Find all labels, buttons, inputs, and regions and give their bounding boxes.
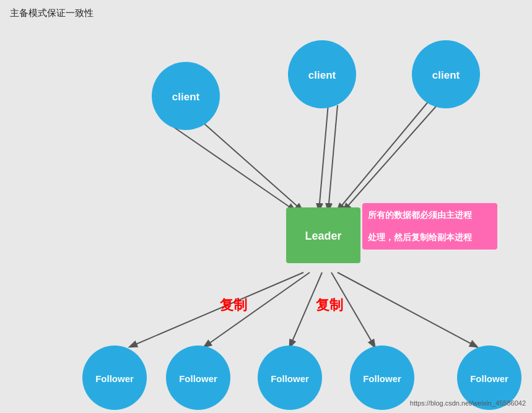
follower-label-1: Follower	[95, 373, 134, 384]
arrow-client3-leader	[338, 99, 430, 211]
client-label-2: client	[308, 69, 336, 81]
annotation-text-2: 处理，然后复制给副本进程	[367, 232, 473, 242]
replication-label-1: 复制	[220, 297, 247, 313]
arrow-client2-leader	[319, 104, 328, 211]
follower-label-5: Follower	[470, 373, 508, 384]
diagram-svg: client client client Leader 所有的数据都必须由主进程…	[0, 0, 532, 413]
replication-label-2: 复制	[316, 297, 343, 313]
client-label-3: client	[432, 69, 460, 81]
follower-label-3: Follower	[271, 373, 309, 384]
arrow-client3b-leader	[344, 102, 440, 211]
arrow-leader-follower5	[338, 272, 477, 347]
client-label-1: client	[172, 91, 200, 103]
arrow-leader-follower1	[130, 272, 303, 347]
watermark: https://blog.csdn.net/weixin_45586042	[410, 399, 526, 407]
follower-label-2: Follower	[179, 373, 217, 384]
arrow-client1b-leader	[173, 127, 295, 211]
arrow-client2b-leader	[328, 105, 338, 211]
follower-label-4: Follower	[363, 373, 401, 384]
annotation-text-1: 所有的数据都必须由主进程	[367, 210, 473, 220]
arrow-client1-leader	[204, 124, 302, 211]
leader-label: Leader	[305, 230, 341, 242]
